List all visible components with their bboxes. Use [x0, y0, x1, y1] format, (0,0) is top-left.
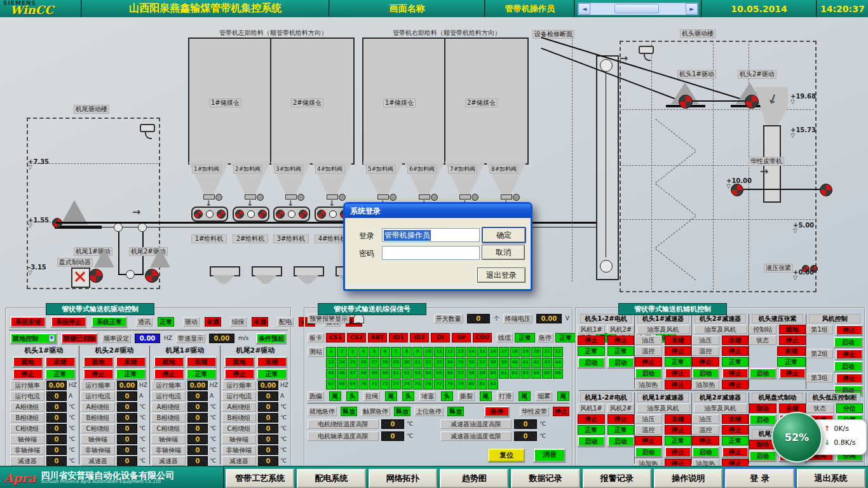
aux-action-button[interactable]: 停止	[836, 325, 864, 336]
nav-button[interactable]: 退出系统	[797, 469, 865, 488]
station-box: 60	[488, 369, 498, 379]
sensor-position-indicator: 头	[441, 391, 453, 401]
silo-label: 1#储煤仓	[383, 98, 416, 107]
aux-row: 停止正常	[692, 357, 749, 367]
nav-button[interactable]: 网络拓扑	[369, 469, 437, 488]
dialog-title[interactable]: 系统登录	[345, 204, 531, 218]
mode-dropdown[interactable]: 就地控制 ▼	[10, 333, 57, 344]
nav-button[interactable]: 登 录	[725, 469, 794, 488]
station-box: 81	[477, 379, 487, 390]
aux-panel-title: 机头1#减速器	[637, 314, 689, 323]
scroll-right-icon[interactable]: ►	[686, 3, 698, 15]
aux-row: 正常正常	[578, 425, 634, 435]
aux-action-button[interactable]: 停止	[779, 368, 806, 379]
cancel-button[interactable]: 取消	[482, 245, 525, 260]
station-box: 44	[553, 358, 563, 368]
value-display: 0.00	[258, 381, 278, 390]
nav-button[interactable]: 管带工艺系统	[226, 469, 294, 488]
elevation-mark: +10.00▽	[726, 177, 752, 189]
aux-label: 温控	[635, 425, 662, 435]
drive-column-title: 机头1#驱动	[10, 346, 78, 355]
drive-value-row: 运行电流0A	[10, 391, 78, 401]
temp-label: 减速器油温度高限	[440, 419, 512, 429]
aux-action-button[interactable]: 启动	[578, 357, 605, 368]
drive-value-row: 减速器0℃	[81, 456, 148, 466]
nav-button[interactable]: 报警记录	[583, 469, 651, 488]
valve-actuator-icon	[339, 194, 346, 201]
screen-scrollbar[interactable]: ◄ ►	[575, 0, 702, 17]
stop-indicator: 停止	[224, 369, 255, 379]
bottom-bar: Apra 四川省安普瑞自动化设备有限公司 Sichuan Province Ap…	[0, 466, 868, 488]
logout-button[interactable]: 退出登录	[477, 268, 526, 283]
chevron-down-icon[interactable]: ▼	[49, 335, 55, 342]
scroll-left-icon[interactable]: ◄	[578, 3, 590, 15]
drive-value-row: C相绕组0℃	[81, 424, 148, 433]
station-box: 14	[466, 347, 477, 357]
valve-label: 8#卸料阀	[489, 165, 519, 173]
interlock-button[interactable]: 联锁已切除	[61, 333, 98, 344]
speed-unit: m/s	[238, 334, 249, 342]
aux-indicator: 正常	[722, 357, 749, 367]
aux-action-button[interactable]: 停止	[836, 349, 864, 360]
aux-action-button[interactable]: 启动	[749, 451, 776, 461]
temp-unit: ℃	[407, 432, 413, 440]
protection-buttons: 复位 消音	[488, 449, 566, 462]
aux-action-button[interactable]: 启动	[607, 357, 635, 368]
aux-action-button[interactable]: 启动	[607, 436, 635, 447]
aux-label: 油泵及风机	[637, 325, 690, 334]
station-box: 68	[337, 379, 347, 390]
ready-start-button[interactable]: 条件预起	[256, 333, 287, 344]
aux-action-button[interactable]: 启动	[635, 447, 662, 458]
value-unit: A	[139, 392, 148, 400]
aux-action-button[interactable]: 启动	[834, 337, 864, 348]
board-indicator: ID2	[410, 333, 429, 342]
aux-action-button[interactable]: 停止	[722, 368, 749, 379]
aux-action-button[interactable]: 停止	[722, 447, 749, 458]
temp-unit: ℃	[539, 420, 546, 428]
drive-columns: 机头1#驱动就地未绪停止正常运行频率0.00HZ运行电流0AA相绕组0℃B相绕组…	[9, 346, 288, 464]
password-input[interactable]	[382, 246, 480, 260]
reset-button[interactable]: 复位	[488, 449, 525, 462]
login-input[interactable]: 管带机操作员	[382, 228, 480, 242]
aux-row: 温控停止	[635, 425, 691, 435]
value-display: 0	[258, 435, 278, 444]
ok-button[interactable]: 确定	[482, 227, 526, 243]
value-label: 运行电流	[222, 391, 256, 401]
aux-action-button[interactable]: 启动	[692, 447, 719, 458]
aux-action-button[interactable]: 停止	[665, 447, 692, 458]
upload-arrow-icon: ↑	[824, 424, 830, 433]
estop-button[interactable]: 急停	[484, 406, 510, 417]
temp-setting-row: 减速器油温度低限0℃	[440, 431, 569, 441]
aux-action-button[interactable]: 启动	[749, 414, 776, 425]
aux-action-button[interactable]: 启动	[578, 436, 605, 447]
nav-button[interactable]: 趋势图	[440, 469, 508, 488]
aux-action-button[interactable]: 停止	[665, 368, 692, 379]
aux-action-button[interactable]: 启动	[749, 368, 776, 379]
aux-action-button[interactable]: 启动	[635, 368, 662, 379]
progress-ball[interactable]: 52%	[771, 412, 822, 463]
aux-column: 机尾2#减速器油泵及风机油压未绪温控停止停止正常启动停止油加热停止	[691, 393, 749, 464]
time-display: 14:20:37	[817, 0, 868, 17]
station-box: 38	[488, 358, 498, 368]
aux-action-button[interactable]: 停止	[836, 373, 864, 384]
station-box: 79	[456, 379, 466, 390]
station-box: 46	[337, 369, 347, 379]
station-box: 71	[369, 379, 379, 390]
value-label: 非轴伸端	[81, 445, 115, 455]
aux-action-button[interactable]: 启动	[692, 368, 719, 379]
aux-row: 正常正常	[578, 346, 634, 356]
stop-indicator: 停止	[13, 369, 43, 379]
aux-action-button[interactable]: 启动	[834, 361, 864, 372]
feeder-label: 1#给料机	[191, 234, 227, 243]
freq-set-value[interactable]: 0.00	[135, 334, 160, 343]
value-display: 0	[258, 413, 278, 423]
nav-button[interactable]: 配电系统	[297, 469, 365, 488]
nav-button[interactable]: 数据记录	[511, 469, 580, 488]
drive-value-row: A相绕组0℃	[222, 402, 289, 412]
scroll-thumb[interactable]	[614, 4, 659, 13]
mute-button[interactable]: 消音	[534, 449, 566, 462]
nav-button[interactable]: 操作说明	[654, 469, 722, 488]
aux-label: 温控	[692, 425, 719, 435]
aux-row: 停止正常	[635, 436, 691, 445]
value-display: 0	[187, 413, 208, 423]
